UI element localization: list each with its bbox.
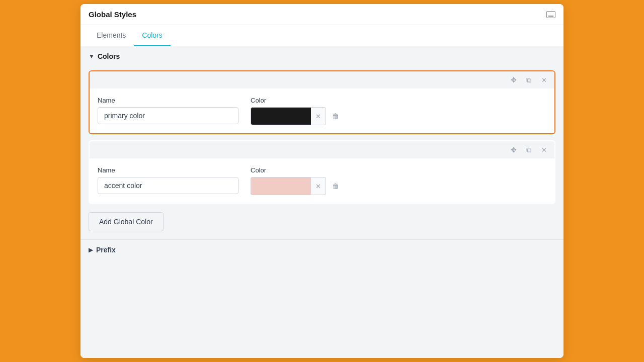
color-card-2-toolbar: [90, 141, 554, 158]
color-field-group-1: Color ✕ 🗑: [251, 97, 343, 125]
colors-chevron-down-icon: ▼: [89, 53, 95, 60]
color-label-1: Color: [251, 97, 343, 104]
colors-section-title: Colors: [98, 52, 120, 60]
name-label-1: Name: [98, 97, 238, 104]
name-field-group-1: Name: [98, 97, 238, 124]
close-icon-2[interactable]: [538, 144, 549, 155]
add-global-color-button[interactable]: Add Global Color: [89, 212, 164, 231]
color-card-1-toolbar: [90, 71, 554, 88]
color-card-1-body: Name Color ✕ 🗑: [90, 88, 554, 133]
minimize-button[interactable]: [546, 11, 555, 18]
tab-elements[interactable]: Elements: [89, 25, 134, 46]
colors-section-content: Name Color ✕ 🗑: [80, 66, 564, 239]
color-delete-btn-1[interactable]: 🗑: [328, 107, 343, 125]
tab-colors[interactable]: Colors: [134, 25, 170, 46]
copy-icon-2[interactable]: [523, 144, 534, 155]
color-card-2: Name Color ✕ 🗑: [89, 140, 555, 204]
color-field-row-2: Name Color ✕ 🗑: [98, 166, 546, 195]
close-icon-1[interactable]: [538, 74, 549, 85]
copy-icon-1[interactable]: [523, 74, 534, 85]
prefix-section-title: Prefix: [96, 246, 116, 254]
color-field-row-1: Name Color ✕ 🗑: [98, 97, 546, 125]
panel-title: Global Styles: [89, 10, 136, 19]
color-card-1: Name Color ✕ 🗑: [89, 70, 555, 134]
colors-section-header[interactable]: ▼ Colors: [80, 46, 564, 66]
color-field-group-2: Color ✕ 🗑: [251, 166, 343, 195]
color-swatch-1[interactable]: [251, 107, 311, 125]
color-delete-btn-2[interactable]: 🗑: [328, 177, 343, 195]
color-clear-btn-2[interactable]: ✕: [311, 177, 326, 195]
name-label-2: Name: [98, 166, 238, 174]
panel-body: ▼ Colors Name: [80, 46, 564, 358]
color-input-group-2: ✕ 🗑: [251, 177, 343, 195]
move-icon-2[interactable]: [508, 144, 519, 155]
prefix-chevron-right-icon: ▶: [89, 246, 93, 253]
color-label-2: Color: [251, 166, 343, 174]
prefix-section-header[interactable]: ▶ Prefix: [80, 239, 564, 260]
name-input-1[interactable]: [98, 107, 238, 124]
panel-header: Global Styles: [80, 4, 564, 25]
name-field-group-2: Name: [98, 166, 238, 194]
tabs-bar: Elements Colors: [80, 25, 564, 46]
name-input-2[interactable]: [98, 177, 238, 194]
color-input-group-1: ✕ 🗑: [251, 107, 343, 125]
move-icon-1[interactable]: [508, 74, 519, 85]
color-card-2-body: Name Color ✕ 🗑: [90, 158, 554, 203]
color-swatch-2[interactable]: [251, 177, 311, 195]
color-clear-btn-1[interactable]: ✕: [311, 107, 326, 125]
global-styles-panel: Global Styles Elements Colors ▼ Colors: [80, 4, 564, 358]
